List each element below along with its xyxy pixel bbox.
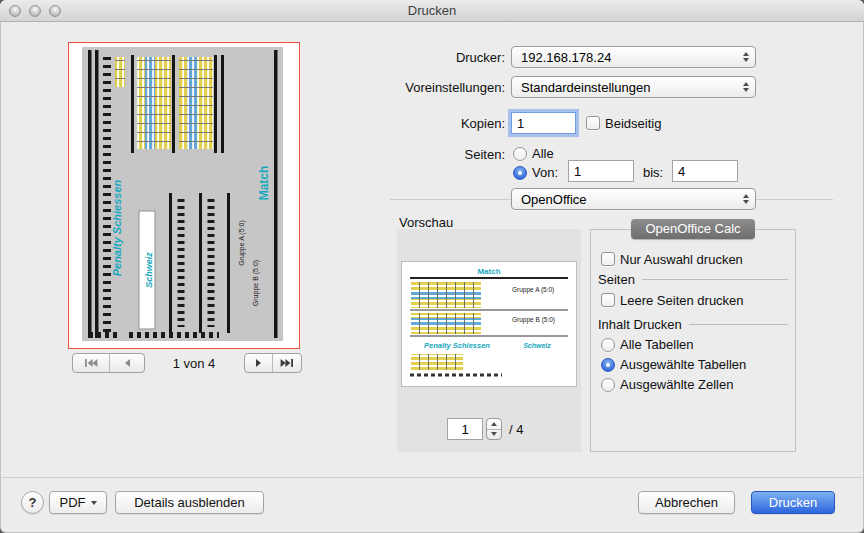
thumb-penalty-text: Penalty Schiessen	[111, 179, 123, 276]
print-button[interactable]: Drucken	[751, 491, 835, 514]
all-tables-label: Alle Tabellen	[620, 337, 693, 352]
window-controls	[9, 5, 61, 17]
prev-page-button[interactable]	[110, 354, 144, 372]
content-section-label: Inhalt Drucken	[598, 317, 682, 332]
preview-label: Vorschau	[399, 215, 453, 230]
thumb-gruppe-a-text: Gruppe A (5:0)	[238, 220, 246, 266]
titlebar[interactable]: Drucken	[0, 0, 864, 22]
app-options-select[interactable]: OpenOffice	[511, 188, 756, 210]
print-dialog: Drucken	[0, 0, 864, 533]
popup-arrows-icon	[743, 194, 749, 204]
pdf-menu-arrow-icon	[91, 501, 97, 505]
thumb-gruppe-b-text: Gruppe B (5:0)	[252, 260, 260, 306]
thumbnail-page-graphic: Penalty Schiessen Schweiz Gruppe A (5:0)…	[69, 43, 299, 348]
pages-to-input[interactable]	[672, 160, 738, 182]
selected-tables-radio[interactable]	[601, 358, 615, 372]
thumb-nav-left	[72, 353, 145, 373]
calc-tab-title: OpenOffice Calc	[631, 219, 754, 239]
last-page-button[interactable]	[273, 354, 301, 372]
content-section-header: Inhalt Drucken	[598, 317, 788, 332]
selection-only-label: Nur Auswahl drucken	[620, 252, 743, 267]
hide-details-button[interactable]: Details ausblenden	[115, 491, 264, 514]
all-tables-radio[interactable]	[601, 338, 615, 352]
duplex-label: Beidseitig	[605, 116, 661, 131]
pages-range-radio[interactable]	[513, 166, 527, 180]
pages-label: Seiten:	[340, 147, 505, 162]
thumb-page-info: 1 von 4	[146, 356, 242, 371]
calc-tab-wrap: OpenOffice Calc	[590, 219, 796, 239]
thumb-nav-right	[244, 353, 302, 373]
preview-page[interactable]: Match Gruppe A (5:0) Gruppe B (5:0) Pena…	[401, 261, 577, 387]
presets-select[interactable]: Standardeinstellungen	[511, 76, 756, 98]
app-options-value: OpenOffice	[521, 192, 587, 207]
preview-gruppe-a-text: Gruppe A (5:0)	[512, 286, 554, 294]
thumb-match-text: Match	[257, 166, 271, 201]
empty-pages-checkbox[interactable]	[601, 293, 615, 307]
preview-penalty-text: Penalty Schiessen	[424, 341, 490, 350]
stepper-down-icon[interactable]	[487, 430, 501, 440]
first-page-icon	[84, 358, 98, 368]
copies-input[interactable]	[511, 112, 576, 134]
prev-page-icon	[123, 358, 131, 368]
stepper-up-icon[interactable]	[487, 419, 501, 430]
preview-page-stepper[interactable]	[486, 418, 502, 440]
close-button[interactable]	[9, 5, 21, 17]
pages-all-radio[interactable]	[513, 147, 527, 161]
hide-details-label: Details ausblenden	[134, 495, 245, 510]
help-label: ?	[29, 495, 37, 510]
last-page-icon	[280, 358, 294, 368]
printer-select[interactable]: 192.168.178.24	[511, 46, 756, 68]
minimize-button[interactable]	[29, 5, 41, 17]
footer-divider	[0, 477, 864, 478]
preview-page-graphic: Match Gruppe A (5:0) Gruppe B (5:0) Pena…	[402, 262, 576, 386]
preview-gruppe-b-text: Gruppe B (5:0)	[512, 316, 555, 324]
help-button[interactable]: ?	[21, 491, 44, 514]
preview-page-input[interactable]	[447, 418, 483, 440]
empty-pages-label: Leere Seiten drucken	[620, 293, 744, 308]
preview-page-total: / 4	[509, 422, 523, 437]
zoom-button[interactable]	[49, 5, 61, 17]
pages-from-input[interactable]	[568, 160, 634, 182]
cancel-label: Abbrechen	[655, 495, 718, 510]
pdf-label: PDF	[60, 495, 86, 510]
pages-section-label: Seiten	[598, 272, 635, 287]
print-label: Drucken	[769, 495, 817, 510]
section-rule	[689, 324, 788, 325]
thumb-schweiz-text: Schweiz	[144, 252, 154, 288]
page-thumbnail[interactable]: Penalty Schiessen Schweiz Gruppe A (5:0)…	[68, 42, 300, 349]
first-page-button[interactable]	[73, 354, 110, 372]
presets-label: Voreinstellungen:	[340, 80, 505, 95]
pages-all-label: Alle	[532, 146, 554, 161]
selected-tables-label: Ausgewählte Tabellen	[620, 357, 746, 372]
selected-cells-label: Ausgewählte Zellen	[620, 377, 733, 392]
pages-to-label: bis:	[643, 165, 663, 180]
duplex-checkbox[interactable]	[586, 116, 600, 130]
cancel-button[interactable]: Abbrechen	[638, 491, 735, 514]
pages-section-header: Seiten	[598, 272, 788, 287]
copies-label: Kopien:	[340, 116, 505, 131]
presets-value: Standardeinstellungen	[521, 80, 650, 95]
section-rule	[642, 279, 788, 280]
window-title: Drucken	[0, 0, 864, 21]
selected-cells-radio[interactable]	[601, 378, 615, 392]
preview-match-text: Match	[477, 267, 500, 276]
preview-schweiz-text: Schweiz	[523, 342, 551, 349]
popup-arrows-icon	[743, 82, 749, 92]
popup-arrows-icon	[743, 52, 749, 62]
pdf-menu-button[interactable]: PDF	[49, 491, 107, 514]
next-page-icon	[255, 358, 263, 368]
selection-only-checkbox[interactable]	[601, 252, 615, 266]
next-page-button[interactable]	[245, 354, 273, 372]
printer-value: 192.168.178.24	[521, 50, 611, 65]
pages-from-label: Von:	[532, 165, 558, 180]
printer-label: Drucker:	[340, 50, 505, 65]
